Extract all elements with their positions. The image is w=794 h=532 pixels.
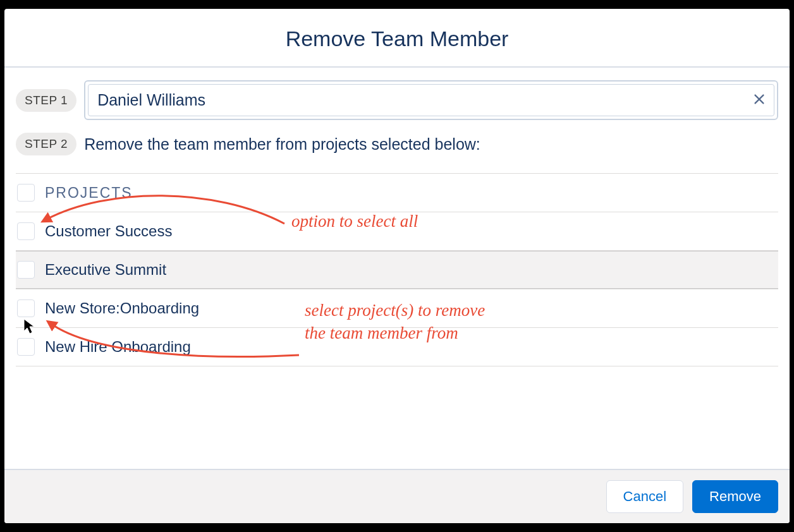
name-input-inner — [88, 84, 774, 116]
remove-team-member-modal: Remove Team Member STEP 1 — [4, 9, 790, 523]
project-checkbox[interactable] — [17, 261, 35, 279]
step-2-instruction: Remove the team member from projects sel… — [84, 135, 480, 154]
step-1-badge: STEP 1 — [16, 89, 76, 112]
team-member-name-input[interactable] — [95, 86, 748, 114]
clear-name-button[interactable] — [748, 88, 770, 112]
project-row[interactable]: Customer Success — [16, 212, 778, 250]
project-label: Executive Summit — [45, 261, 166, 279]
project-list: PROJECTS Customer Success Executive Summ… — [16, 173, 778, 366]
step-1-row: STEP 1 — [16, 80, 778, 120]
name-input-wrapper[interactable] — [84, 80, 778, 120]
cancel-button[interactable]: Cancel — [606, 480, 683, 513]
modal-footer: Cancel Remove — [4, 469, 790, 523]
modal-title: Remove Team Member — [4, 27, 790, 51]
project-label: New Hire Onboarding — [45, 338, 191, 356]
step-2-badge: STEP 2 — [16, 133, 76, 155]
project-checkbox[interactable] — [17, 222, 35, 240]
close-icon — [752, 92, 766, 108]
projects-header-label: PROJECTS — [45, 184, 133, 202]
step-2-row: STEP 2 Remove the team member from proje… — [16, 133, 778, 155]
modal-body: STEP 1 STEP 2 Remove t — [4, 68, 790, 469]
project-row[interactable]: Executive Summit — [16, 250, 778, 289]
modal-header: Remove Team Member — [4, 9, 790, 68]
project-checkbox[interactable] — [17, 338, 35, 356]
project-checkbox[interactable] — [17, 299, 35, 317]
project-label: Customer Success — [45, 222, 172, 240]
select-all-checkbox[interactable] — [17, 184, 35, 202]
project-row[interactable]: New Hire Onboarding — [16, 327, 778, 366]
remove-button[interactable]: Remove — [692, 480, 778, 513]
project-row[interactable]: New Store:Onboarding — [16, 289, 778, 327]
project-label: New Store:Onboarding — [45, 299, 199, 317]
project-list-header-row: PROJECTS — [16, 173, 778, 212]
